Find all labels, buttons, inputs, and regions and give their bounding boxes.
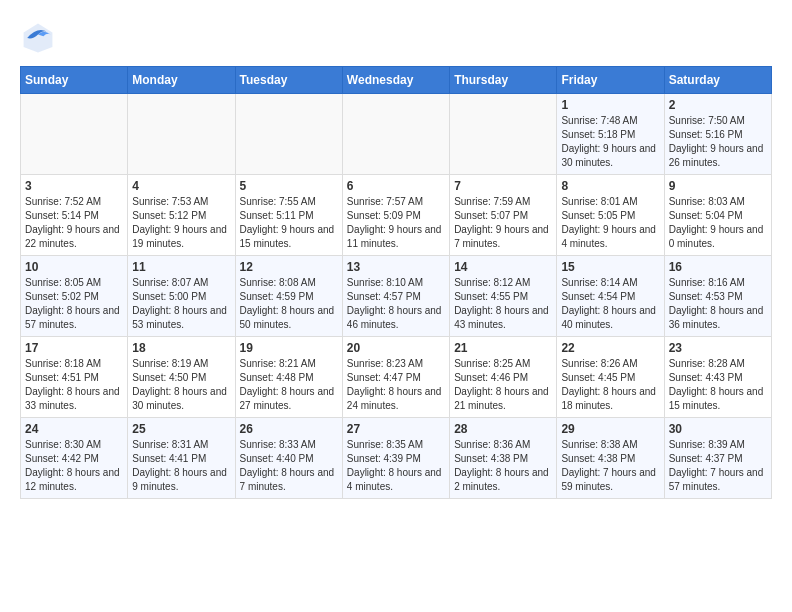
day-number: 11: [132, 260, 230, 274]
calendar-cell: 26Sunrise: 8:33 AM Sunset: 4:40 PM Dayli…: [235, 418, 342, 499]
day-info: Sunrise: 7:52 AM Sunset: 5:14 PM Dayligh…: [25, 195, 123, 251]
weekday-header: Saturday: [664, 67, 771, 94]
calendar-cell: 19Sunrise: 8:21 AM Sunset: 4:48 PM Dayli…: [235, 337, 342, 418]
day-number: 6: [347, 179, 445, 193]
day-info: Sunrise: 8:39 AM Sunset: 4:37 PM Dayligh…: [669, 438, 767, 494]
day-number: 25: [132, 422, 230, 436]
day-info: Sunrise: 8:26 AM Sunset: 4:45 PM Dayligh…: [561, 357, 659, 413]
weekday-header: Wednesday: [342, 67, 449, 94]
day-number: 14: [454, 260, 552, 274]
calendar-cell: 22Sunrise: 8:26 AM Sunset: 4:45 PM Dayli…: [557, 337, 664, 418]
calendar-cell: 25Sunrise: 8:31 AM Sunset: 4:41 PM Dayli…: [128, 418, 235, 499]
calendar-cell: 18Sunrise: 8:19 AM Sunset: 4:50 PM Dayli…: [128, 337, 235, 418]
weekday-header: Sunday: [21, 67, 128, 94]
calendar-cell: [342, 94, 449, 175]
calendar-header: SundayMondayTuesdayWednesdayThursdayFrid…: [21, 67, 772, 94]
day-number: 13: [347, 260, 445, 274]
day-info: Sunrise: 7:55 AM Sunset: 5:11 PM Dayligh…: [240, 195, 338, 251]
day-number: 7: [454, 179, 552, 193]
day-info: Sunrise: 8:35 AM Sunset: 4:39 PM Dayligh…: [347, 438, 445, 494]
day-info: Sunrise: 8:30 AM Sunset: 4:42 PM Dayligh…: [25, 438, 123, 494]
calendar-cell: 15Sunrise: 8:14 AM Sunset: 4:54 PM Dayli…: [557, 256, 664, 337]
day-info: Sunrise: 8:25 AM Sunset: 4:46 PM Dayligh…: [454, 357, 552, 413]
day-number: 28: [454, 422, 552, 436]
calendar-week-row: 17Sunrise: 8:18 AM Sunset: 4:51 PM Dayli…: [21, 337, 772, 418]
calendar-cell: 13Sunrise: 8:10 AM Sunset: 4:57 PM Dayli…: [342, 256, 449, 337]
calendar-cell: 23Sunrise: 8:28 AM Sunset: 4:43 PM Dayli…: [664, 337, 771, 418]
calendar-cell: 5Sunrise: 7:55 AM Sunset: 5:11 PM Daylig…: [235, 175, 342, 256]
logo: [20, 20, 60, 56]
calendar-cell: 7Sunrise: 7:59 AM Sunset: 5:07 PM Daylig…: [450, 175, 557, 256]
day-info: Sunrise: 7:53 AM Sunset: 5:12 PM Dayligh…: [132, 195, 230, 251]
day-info: Sunrise: 8:08 AM Sunset: 4:59 PM Dayligh…: [240, 276, 338, 332]
day-number: 27: [347, 422, 445, 436]
day-number: 1: [561, 98, 659, 112]
day-number: 19: [240, 341, 338, 355]
day-info: Sunrise: 8:03 AM Sunset: 5:04 PM Dayligh…: [669, 195, 767, 251]
day-info: Sunrise: 7:48 AM Sunset: 5:18 PM Dayligh…: [561, 114, 659, 170]
calendar-cell: 30Sunrise: 8:39 AM Sunset: 4:37 PM Dayli…: [664, 418, 771, 499]
day-number: 17: [25, 341, 123, 355]
header-row: SundayMondayTuesdayWednesdayThursdayFrid…: [21, 67, 772, 94]
calendar-cell: 12Sunrise: 8:08 AM Sunset: 4:59 PM Dayli…: [235, 256, 342, 337]
day-info: Sunrise: 8:28 AM Sunset: 4:43 PM Dayligh…: [669, 357, 767, 413]
day-info: Sunrise: 8:01 AM Sunset: 5:05 PM Dayligh…: [561, 195, 659, 251]
calendar-cell: 8Sunrise: 8:01 AM Sunset: 5:05 PM Daylig…: [557, 175, 664, 256]
day-info: Sunrise: 7:57 AM Sunset: 5:09 PM Dayligh…: [347, 195, 445, 251]
day-info: Sunrise: 8:36 AM Sunset: 4:38 PM Dayligh…: [454, 438, 552, 494]
day-info: Sunrise: 8:38 AM Sunset: 4:38 PM Dayligh…: [561, 438, 659, 494]
calendar-week-row: 24Sunrise: 8:30 AM Sunset: 4:42 PM Dayli…: [21, 418, 772, 499]
calendar-cell: 29Sunrise: 8:38 AM Sunset: 4:38 PM Dayli…: [557, 418, 664, 499]
calendar-cell: 1Sunrise: 7:48 AM Sunset: 5:18 PM Daylig…: [557, 94, 664, 175]
day-info: Sunrise: 8:12 AM Sunset: 4:55 PM Dayligh…: [454, 276, 552, 332]
calendar-cell: [21, 94, 128, 175]
weekday-header: Thursday: [450, 67, 557, 94]
calendar-table: SundayMondayTuesdayWednesdayThursdayFrid…: [20, 66, 772, 499]
day-info: Sunrise: 8:05 AM Sunset: 5:02 PM Dayligh…: [25, 276, 123, 332]
calendar-cell: 4Sunrise: 7:53 AM Sunset: 5:12 PM Daylig…: [128, 175, 235, 256]
day-number: 16: [669, 260, 767, 274]
day-info: Sunrise: 8:19 AM Sunset: 4:50 PM Dayligh…: [132, 357, 230, 413]
day-number: 29: [561, 422, 659, 436]
day-number: 21: [454, 341, 552, 355]
day-info: Sunrise: 8:16 AM Sunset: 4:53 PM Dayligh…: [669, 276, 767, 332]
calendar-cell: 20Sunrise: 8:23 AM Sunset: 4:47 PM Dayli…: [342, 337, 449, 418]
day-info: Sunrise: 8:23 AM Sunset: 4:47 PM Dayligh…: [347, 357, 445, 413]
calendar-cell: 14Sunrise: 8:12 AM Sunset: 4:55 PM Dayli…: [450, 256, 557, 337]
day-number: 18: [132, 341, 230, 355]
day-number: 12: [240, 260, 338, 274]
calendar-cell: 9Sunrise: 8:03 AM Sunset: 5:04 PM Daylig…: [664, 175, 771, 256]
day-number: 26: [240, 422, 338, 436]
day-number: 8: [561, 179, 659, 193]
day-number: 9: [669, 179, 767, 193]
day-number: 5: [240, 179, 338, 193]
weekday-header: Monday: [128, 67, 235, 94]
calendar-week-row: 3Sunrise: 7:52 AM Sunset: 5:14 PM Daylig…: [21, 175, 772, 256]
day-number: 30: [669, 422, 767, 436]
day-number: 4: [132, 179, 230, 193]
calendar-cell: 16Sunrise: 8:16 AM Sunset: 4:53 PM Dayli…: [664, 256, 771, 337]
calendar-cell: [450, 94, 557, 175]
calendar-cell: 11Sunrise: 8:07 AM Sunset: 5:00 PM Dayli…: [128, 256, 235, 337]
weekday-header: Friday: [557, 67, 664, 94]
day-number: 3: [25, 179, 123, 193]
day-info: Sunrise: 8:31 AM Sunset: 4:41 PM Dayligh…: [132, 438, 230, 494]
calendar-cell: 21Sunrise: 8:25 AM Sunset: 4:46 PM Dayli…: [450, 337, 557, 418]
day-number: 10: [25, 260, 123, 274]
calendar-week-row: 1Sunrise: 7:48 AM Sunset: 5:18 PM Daylig…: [21, 94, 772, 175]
calendar-cell: 10Sunrise: 8:05 AM Sunset: 5:02 PM Dayli…: [21, 256, 128, 337]
day-number: 15: [561, 260, 659, 274]
calendar-cell: 28Sunrise: 8:36 AM Sunset: 4:38 PM Dayli…: [450, 418, 557, 499]
calendar-cell: 24Sunrise: 8:30 AM Sunset: 4:42 PM Dayli…: [21, 418, 128, 499]
day-info: Sunrise: 8:18 AM Sunset: 4:51 PM Dayligh…: [25, 357, 123, 413]
day-info: Sunrise: 8:10 AM Sunset: 4:57 PM Dayligh…: [347, 276, 445, 332]
day-number: 22: [561, 341, 659, 355]
calendar-cell: 2Sunrise: 7:50 AM Sunset: 5:16 PM Daylig…: [664, 94, 771, 175]
weekday-header: Tuesday: [235, 67, 342, 94]
calendar-body: 1Sunrise: 7:48 AM Sunset: 5:18 PM Daylig…: [21, 94, 772, 499]
day-info: Sunrise: 8:07 AM Sunset: 5:00 PM Dayligh…: [132, 276, 230, 332]
calendar-cell: 17Sunrise: 8:18 AM Sunset: 4:51 PM Dayli…: [21, 337, 128, 418]
calendar-cell: [128, 94, 235, 175]
day-number: 2: [669, 98, 767, 112]
page-header: [20, 20, 772, 56]
